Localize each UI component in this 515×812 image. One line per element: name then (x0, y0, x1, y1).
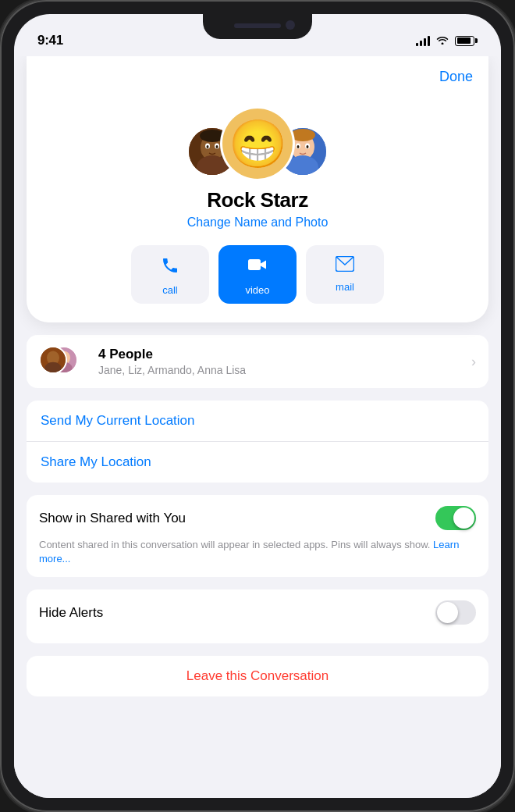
svg-point-7 (200, 130, 225, 142)
hide-alerts-toggle-thumb (437, 602, 458, 623)
battery-icon (455, 36, 478, 46)
people-section[interactable]: 4 People Jane, Liz, Armando, Anna Lisa › (27, 335, 488, 388)
call-label: call (162, 284, 178, 296)
send-location-button[interactable]: Send My Current Location (27, 401, 488, 442)
video-icon (247, 256, 268, 280)
shared-with-you-section: Show in Shared with You Content shared i… (27, 495, 488, 577)
avatar-main-emoji: 😁 (222, 109, 293, 179)
svg-point-5 (207, 145, 209, 148)
toggle-thumb (453, 508, 474, 529)
mini-avatar-1 (39, 346, 67, 374)
video-label: video (245, 284, 269, 296)
status-bar: 9:41 (14, 14, 501, 56)
svg-point-20 (44, 362, 61, 374)
people-info: 4 People Jane, Liz, Armando, Anna Lisa (98, 347, 462, 376)
shared-with-you-toggle[interactable] (435, 506, 476, 530)
status-icons (416, 34, 478, 47)
svg-point-13 (297, 145, 300, 148)
svg-point-15 (290, 129, 315, 141)
hide-alerts-label: Hide Alerts (39, 605, 103, 621)
phone-screen: 9:41 (14, 14, 501, 798)
share-location-button[interactable]: Share My Location (27, 442, 488, 483)
content-scroll[interactable]: Done (14, 56, 501, 798)
hide-alerts-section: Hide Alerts (27, 589, 488, 643)
svg-point-14 (307, 145, 309, 148)
call-button[interactable]: call (131, 245, 209, 304)
notch (203, 14, 312, 39)
toggle-row: Show in Shared with You (39, 506, 476, 530)
video-button[interactable]: video (218, 245, 297, 304)
hide-alerts-toggle[interactable] (435, 600, 476, 625)
svg-point-6 (216, 145, 218, 148)
svg-rect-16 (248, 259, 261, 270)
mail-button[interactable]: mail (306, 245, 384, 304)
action-buttons: call video (42, 245, 473, 304)
people-chevron-icon: › (471, 354, 476, 370)
people-names: Jane, Liz, Armando, Anna Lisa (98, 364, 462, 376)
shared-with-you-label: Show in Shared with You (39, 511, 186, 526)
group-avatar-area: 😁 (42, 93, 473, 179)
notch-speaker (234, 23, 281, 28)
top-card: Done (27, 56, 488, 322)
people-row[interactable]: 4 People Jane, Liz, Armando, Anna Lisa › (27, 335, 488, 388)
mail-label: mail (336, 281, 354, 293)
location-section: Send My Current Location Share My Locati… (27, 401, 488, 483)
change-name-button[interactable]: Change Name and Photo (42, 215, 473, 230)
shared-with-you-desc: Content shared in this conversation will… (39, 538, 476, 566)
done-button-area[interactable]: Done (42, 69, 473, 85)
leave-section[interactable]: Leave this Conversation (27, 656, 488, 696)
people-avatars (39, 346, 89, 377)
leave-conversation-button[interactable]: Leave this Conversation (41, 668, 474, 684)
people-count: 4 People (98, 347, 462, 362)
call-icon (161, 256, 179, 280)
phone-frame: 9:41 (0, 0, 515, 812)
wifi-icon (435, 34, 449, 47)
hide-alerts-row: Hide Alerts (39, 600, 476, 625)
status-time: 9:41 (37, 33, 63, 48)
group-name: Rock Starz (42, 188, 473, 212)
mail-icon (336, 256, 354, 276)
done-button[interactable]: Done (439, 69, 473, 84)
notch-camera (286, 20, 295, 30)
signal-bars-icon (416, 35, 430, 46)
